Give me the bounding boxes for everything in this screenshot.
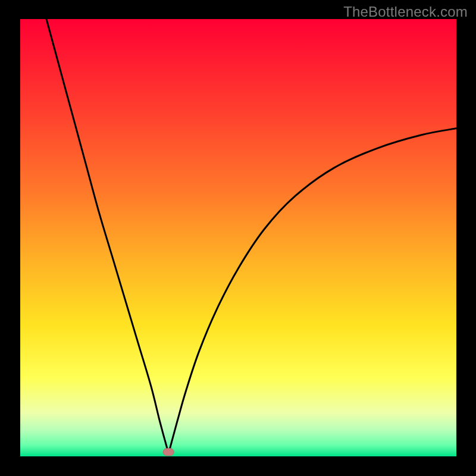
chart-background [20,19,456,456]
chart-svg [20,19,456,456]
bottleneck-chart [20,19,456,456]
attribution-label: TheBottleneck.com [343,4,468,20]
chart-frame: TheBottleneck.com [0,0,476,476]
optimal-point-marker [163,449,174,456]
